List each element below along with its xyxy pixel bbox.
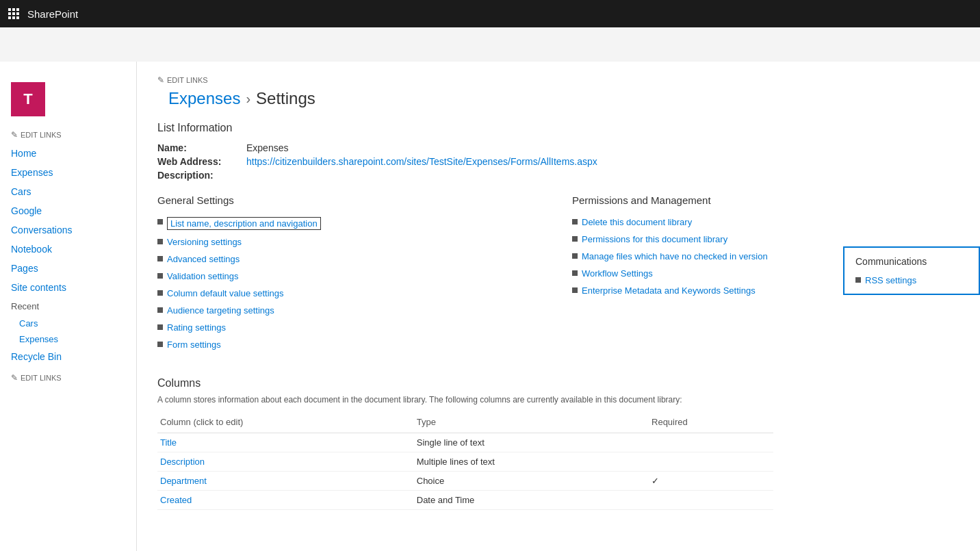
col-header-column: Column (click to edit) — [157, 414, 414, 433]
general-link-3: Validation settings — [157, 271, 545, 281]
perm-bullet-3 — [572, 270, 578, 276]
page-header-area: ✎ EDIT LINKS Expenses › Settings — [157, 75, 959, 108]
perm-link-label-0[interactable]: Delete this document library — [582, 217, 692, 227]
col-required-0 — [649, 433, 773, 452]
breadcrumb-separator: › — [246, 91, 250, 107]
col-header-type: Type — [414, 414, 649, 433]
comm-link-0: RSS settings — [855, 275, 968, 285]
sidebar-item-expenses[interactable]: Expenses — [0, 163, 136, 182]
web-address-label: Web Address: — [157, 156, 246, 167]
sidebar: T ✎ EDIT LINKS Home Expenses Cars Google… — [0, 62, 137, 551]
comm-bullet-0 — [855, 277, 861, 283]
sidebar-item-pages[interactable]: Pages — [0, 259, 136, 278]
col-header-required: Required — [649, 414, 773, 433]
col-type-1: Multiple lines of text — [414, 452, 649, 472]
site-logo-area: T — [0, 75, 136, 130]
sub-header — [0, 27, 980, 62]
general-link-label-6[interactable]: Rating settings — [167, 322, 226, 333]
sidebar-item-cars[interactable]: Cars — [0, 182, 136, 201]
edit-links-bottom[interactable]: ✎ EDIT LINKS — [0, 366, 136, 389]
table-row: CreatedDate and Time — [157, 491, 773, 510]
general-link-label-7[interactable]: Form settings — [167, 339, 221, 350]
col-required-1 — [649, 452, 773, 472]
table-row: TitleSingle line of text — [157, 433, 773, 452]
edit-links-content-top[interactable]: ✎ EDIT LINKS — [157, 75, 959, 85]
bullet-7 — [157, 342, 163, 347]
breadcrumb: Expenses › Settings — [157, 89, 959, 108]
col-type-2: Choice — [414, 472, 649, 491]
general-link-1: Versioning settings — [157, 237, 545, 247]
col-required-2: ✓ — [649, 472, 773, 491]
name-label: Name: — [157, 142, 246, 153]
breadcrumb-parent[interactable]: Expenses — [168, 89, 240, 108]
general-link-label-0[interactable]: List name, description and navigation — [167, 217, 321, 230]
general-link-label-5[interactable]: Audience targeting settings — [167, 305, 274, 316]
main-content: ✎ EDIT LINKS Expenses › Settings List In… — [137, 62, 980, 551]
columns-description: A column stores information about each d… — [157, 395, 959, 405]
breadcrumb-current: Settings — [256, 89, 315, 108]
sidebar-item-google[interactable]: Google — [0, 201, 136, 220]
top-navigation-bar: SharePoint — [0, 0, 980, 27]
general-link-label-3[interactable]: Validation settings — [167, 271, 239, 281]
col-name-3[interactable]: Created — [157, 491, 414, 510]
list-info-title: List Information — [157, 122, 959, 134]
perm-bullet-1 — [572, 236, 578, 242]
bullet-2 — [157, 256, 163, 261]
info-row-description: Description: — [157, 170, 959, 181]
bullet-4 — [157, 290, 163, 296]
columns-table-header: Column (click to edit) Type Required — [157, 414, 773, 433]
bullet-5 — [157, 307, 163, 313]
settings-grid: General Settings List name, description … — [157, 194, 959, 357]
col-type-3: Date and Time — [414, 491, 649, 510]
table-row: DepartmentChoice✓ — [157, 472, 773, 491]
sidebar-item-conversations[interactable]: Conversations — [0, 220, 136, 240]
perm-link-label-2[interactable]: Manage files which have no checked in ve… — [582, 251, 768, 261]
col-name-2[interactable]: Department — [157, 472, 414, 491]
general-link-label-4[interactable]: Column default value settings — [167, 288, 284, 298]
col-required-3 — [649, 491, 773, 510]
pencil-icon-bottom: ✎ — [11, 373, 18, 383]
description-label: Description: — [157, 170, 246, 181]
sidebar-item-recent-cars[interactable]: Cars — [0, 316, 136, 331]
general-settings-title: General Settings — [157, 194, 545, 206]
sidebar-item-recycle-bin[interactable]: Recycle Bin — [0, 347, 136, 366]
info-row-name: Name: Expenses — [157, 142, 959, 153]
general-link-6: Rating settings — [157, 322, 545, 333]
general-link-label-2[interactable]: Advanced settings — [167, 254, 240, 264]
general-link-label-1[interactable]: Versioning settings — [167, 237, 242, 247]
pencil-icon-content: ✎ — [157, 75, 164, 85]
list-information-section: List Information Name: Expenses Web Addr… — [157, 122, 959, 181]
site-logo-box: T — [11, 82, 45, 116]
col-name-0[interactable]: Title — [157, 433, 414, 452]
perm-bullet-0 — [572, 219, 578, 225]
app-title: SharePoint — [27, 8, 78, 20]
communications-panel: Communications RSS settings — [843, 246, 980, 295]
perm-link-label-4[interactable]: Enterprise Metadata and Keywords Setting… — [582, 285, 756, 296]
perm-bullet-2 — [572, 253, 578, 259]
pencil-icon-top: ✎ — [11, 130, 18, 140]
sidebar-item-notebook[interactable]: Notebook — [0, 240, 136, 259]
bullet-6 — [157, 324, 163, 330]
comm-link-label-0[interactable]: RSS settings — [865, 275, 916, 285]
edit-links-top[interactable]: ✎ EDIT LINKS — [0, 130, 136, 140]
waffle-icon[interactable] — [8, 8, 19, 19]
bullet-0 — [157, 219, 163, 225]
columns-table: Column (click to edit) Type Required Tit… — [157, 414, 773, 510]
recent-label: Recent — [0, 297, 136, 316]
sidebar-item-recent-expenses[interactable]: Expenses — [0, 331, 136, 347]
communications-title: Communications — [855, 256, 968, 267]
info-row-web-address: Web Address: https://citizenbuilders.sha… — [157, 156, 959, 167]
perm-link-1: Permissions for this document library — [572, 234, 959, 244]
perm-link-0: Delete this document library — [572, 217, 959, 227]
general-link-5: Audience targeting settings — [157, 305, 545, 316]
list-info-table: Name: Expenses Web Address: https://citi… — [157, 142, 959, 181]
columns-title: Columns — [157, 377, 959, 389]
permissions-title: Permissions and Management — [572, 194, 959, 206]
general-link-7: Form settings — [157, 339, 545, 350]
sidebar-item-site-contents[interactable]: Site contents — [0, 278, 136, 297]
perm-link-label-1[interactable]: Permissions for this document library — [582, 234, 727, 244]
col-name-1[interactable]: Description — [157, 452, 414, 472]
sidebar-item-home[interactable]: Home — [0, 144, 136, 163]
bullet-3 — [157, 273, 163, 279]
perm-link-label-3[interactable]: Workflow Settings — [582, 268, 653, 279]
